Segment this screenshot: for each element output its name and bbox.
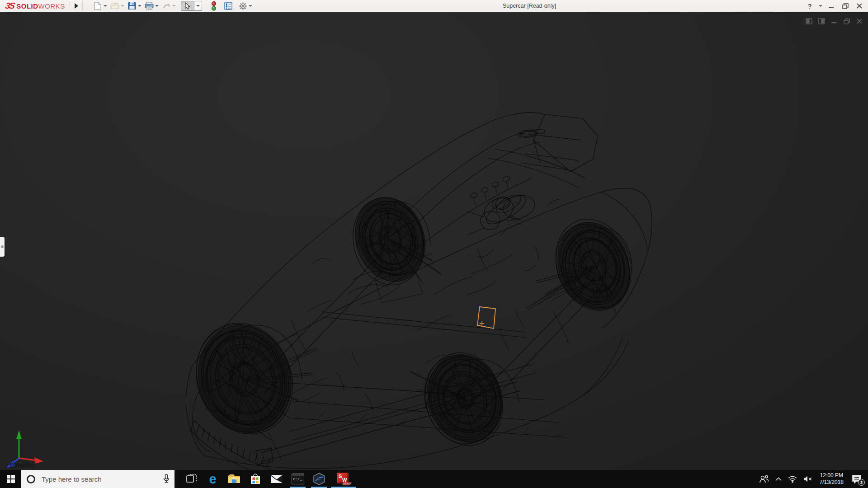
save-button[interactable] xyxy=(127,1,137,11)
microphone-icon[interactable] xyxy=(163,474,170,483)
select-tool-button[interactable] xyxy=(181,1,194,11)
brand-text-solid: SOLID xyxy=(16,2,38,10)
store-icon xyxy=(250,473,261,485)
open-folder-icon xyxy=(110,2,119,9)
print-icon xyxy=(145,2,154,10)
edge-button[interactable]: e xyxy=(202,470,223,488)
hexagon-app-icon xyxy=(313,473,326,485)
clock-date: 7/13/2018 xyxy=(820,479,844,486)
restore-button[interactable] xyxy=(840,1,850,11)
undo-dropdown[interactable] xyxy=(172,5,176,7)
taskbar-app-icons: e xyxy=(181,470,358,488)
task-view-icon xyxy=(186,474,197,484)
notification-badge: 3 xyxy=(858,479,865,486)
file-explorer-button[interactable] xyxy=(223,470,245,488)
gear-icon xyxy=(239,2,247,10)
action-center-button[interactable]: 3 xyxy=(848,470,868,488)
mail-icon xyxy=(270,474,283,483)
menu-flyout-button[interactable] xyxy=(72,1,80,10)
open-button[interactable] xyxy=(109,1,120,11)
hexagon-app-button[interactable] xyxy=(308,470,330,488)
document-window-controls xyxy=(805,18,863,25)
system-tray: 12:00 PM 7/13/2018 3 xyxy=(756,470,868,488)
options-dropdown[interactable] xyxy=(249,5,252,7)
close-button[interactable] xyxy=(854,1,864,11)
select-tool-group xyxy=(181,1,202,11)
start-button[interactable] xyxy=(0,470,21,488)
screen: 3S SOLIDWORKS xyxy=(0,0,868,488)
windows-logo-icon xyxy=(7,475,15,483)
sw-year: 2017 xyxy=(343,482,351,486)
taskbar-clock[interactable]: 12:00 PM 7/13/2018 xyxy=(816,472,848,486)
file-explorer-icon xyxy=(228,474,241,484)
doc-minimize-button[interactable] xyxy=(830,18,838,25)
open-dropdown[interactable] xyxy=(121,5,124,7)
search-box[interactable]: Type here to search xyxy=(21,470,175,488)
graphics-viewport[interactable]: *Dimetric xyxy=(0,12,868,470)
traffic-light-icon xyxy=(211,1,217,11)
help-dropdown[interactable] xyxy=(819,5,822,7)
restore-icon xyxy=(842,3,849,9)
command-prompt-button[interactable]: C:\_ xyxy=(287,470,308,488)
solidworks-taskbar-button[interactable]: S W 2017 xyxy=(330,470,358,488)
play-arrow-icon xyxy=(74,3,78,9)
rebuild-button[interactable] xyxy=(208,1,219,11)
mail-button[interactable] xyxy=(266,470,287,488)
select-tool-dropdown[interactable] xyxy=(194,1,202,11)
save-dropdown[interactable] xyxy=(138,5,142,7)
quick-access-toolbar xyxy=(92,0,255,12)
sw-letter-s: S xyxy=(339,474,342,479)
save-floppy-icon xyxy=(128,2,136,10)
command-prompt-text: C:\_ xyxy=(293,477,302,481)
toolbar-separator xyxy=(82,1,83,10)
titlebar: 3S SOLIDWORKS xyxy=(0,0,868,12)
solidworks-app-icon: S W 2017 xyxy=(336,473,351,485)
edge-icon: e xyxy=(209,473,216,486)
store-button[interactable] xyxy=(245,470,266,488)
tray-overflow-button[interactable] xyxy=(772,470,785,488)
file-properties-button[interactable] xyxy=(223,1,234,11)
chevron-up-icon xyxy=(775,477,782,481)
volume-button[interactable] xyxy=(800,470,816,488)
y-axis-icon xyxy=(16,430,22,439)
command-prompt-icon: C:\_ xyxy=(292,474,304,484)
panel-flyout-handle xyxy=(1,245,4,248)
x-axis-icon xyxy=(34,457,43,464)
options-button[interactable] xyxy=(237,1,248,11)
search-placeholder: Type here to search xyxy=(42,475,102,483)
undo-button[interactable] xyxy=(161,1,172,11)
new-document-button[interactable] xyxy=(92,1,103,11)
volume-muted-icon xyxy=(803,475,812,483)
taskbar: Type here to search e xyxy=(0,470,868,488)
wireframe-canvas xyxy=(0,12,868,470)
window-title: Supercar [Read-only] xyxy=(503,0,556,12)
task-view-button[interactable] xyxy=(181,470,202,488)
solidworks-logo: 3S SOLIDWORKS xyxy=(5,0,65,12)
cortana-icon xyxy=(27,475,35,483)
people-button[interactable] xyxy=(756,470,772,488)
network-button[interactable] xyxy=(785,470,800,488)
pane-toggle-left-icon[interactable] xyxy=(805,18,813,25)
pane-toggle-right-icon[interactable] xyxy=(817,18,826,25)
new-document-icon xyxy=(94,2,101,10)
close-icon xyxy=(857,3,862,9)
print-button[interactable] xyxy=(144,1,155,11)
new-document-dropdown[interactable] xyxy=(104,5,107,7)
doc-close-button[interactable] xyxy=(855,18,863,25)
solidworks-logo-icon: 3S xyxy=(5,1,15,11)
properties-list-icon xyxy=(224,2,232,10)
undo-arrow-icon xyxy=(162,2,171,9)
help-button[interactable]: ? xyxy=(805,1,815,11)
brand-text-works: WORKS xyxy=(38,2,65,10)
people-icon xyxy=(759,475,769,483)
minimize-icon xyxy=(829,4,834,8)
window-controls: ? xyxy=(805,0,864,12)
doc-restore-button[interactable] xyxy=(843,18,851,25)
panel-flyout-tab[interactable] xyxy=(0,237,5,257)
wifi-icon xyxy=(788,475,797,483)
print-dropdown[interactable] xyxy=(155,5,159,7)
select-cursor-icon xyxy=(184,2,191,10)
toolbar-separator xyxy=(70,1,70,10)
view-orientation-label: *Dimetric xyxy=(7,461,33,469)
minimize-button[interactable] xyxy=(826,1,836,11)
